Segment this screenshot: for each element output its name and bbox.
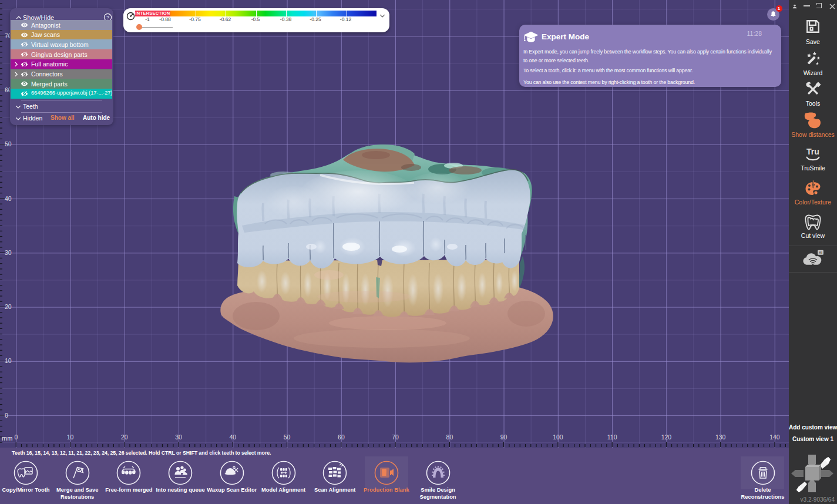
svg-text:0: 0	[14, 434, 18, 441]
svg-text:10: 10	[5, 357, 12, 364]
svg-text:110: 110	[607, 434, 617, 441]
svg-text:130: 130	[715, 434, 726, 441]
svg-text:10: 10	[67, 434, 74, 441]
svg-text:60: 60	[338, 434, 345, 441]
svg-text:Tru: Tru	[806, 147, 819, 156]
svg-text:140: 140	[769, 434, 780, 441]
svg-text:mm: mm	[2, 435, 12, 442]
svg-text:AI: AI	[819, 251, 822, 254]
svg-text:80: 80	[446, 434, 453, 441]
svg-text:40: 40	[229, 434, 236, 441]
svg-text:30: 30	[5, 249, 12, 256]
svg-text:20: 20	[121, 434, 128, 441]
svg-text:30: 30	[175, 434, 182, 441]
svg-text:50: 50	[284, 434, 291, 441]
svg-text:40: 40	[5, 195, 12, 202]
svg-text:90: 90	[500, 434, 507, 441]
svg-text:20: 20	[5, 303, 12, 310]
svg-text:120: 120	[661, 434, 672, 441]
svg-text:50: 50	[5, 140, 12, 147]
svg-text:70: 70	[392, 434, 399, 441]
svg-text:100: 100	[553, 434, 563, 441]
svg-text:0: 0	[5, 412, 8, 419]
